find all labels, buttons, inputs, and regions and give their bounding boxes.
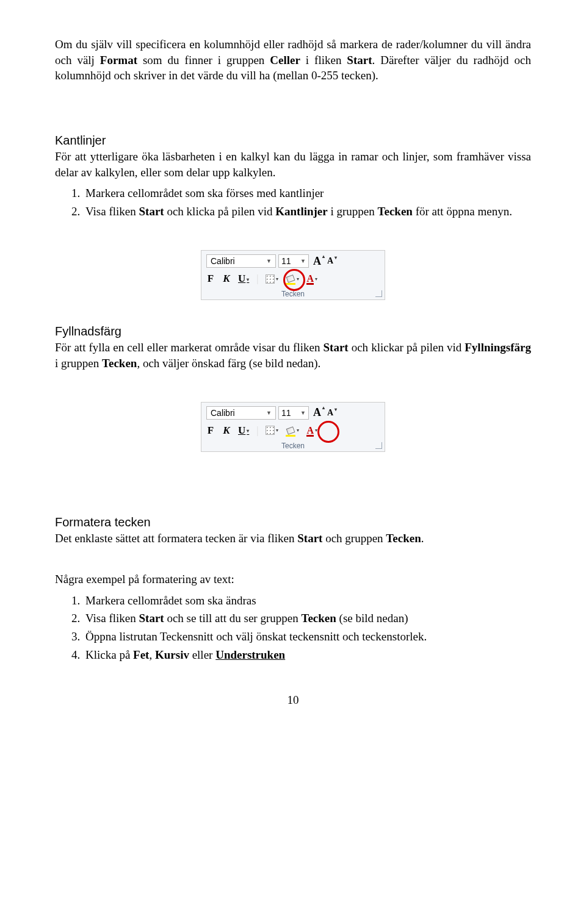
fyllnadsfarg-fyllningsfarg: Fyllningsfärg [465,341,531,354]
dialog-launcher-icon[interactable] [375,442,382,449]
ribbon-font-group-2: Calibri ▼ 11 ▼ A▴ A▾ F K U▾ | ▾ [201,402,385,452]
exempel-step-2-start: Start [139,612,164,625]
kantlinjer-description: För att ytterligare öka läsbarheten i en… [55,149,531,180]
fyllnadsfarg-text-a: För att fylla en cell eller markerat omr… [55,341,323,354]
underline-button[interactable]: U▾ [238,424,249,437]
chevron-down-icon: ▾ [276,276,278,282]
formatera-text-a: Det enklaste sättet att formatera tecken… [55,532,297,545]
italic-button[interactable]: K [222,424,231,437]
exempel-intro: Några exempel på formatering av text: [55,571,531,587]
bold-button[interactable]: F [206,273,215,285]
borders-button[interactable]: ▾ [266,426,278,435]
fyllnadsfarg-start: Start [323,341,348,354]
chevron-down-icon: ▾ [247,277,249,282]
chevron-down-icon: ▾ [247,428,249,434]
exempel-step-4-kursiv: Kursiv [155,648,189,661]
grow-font-button[interactable]: A▴ [311,255,323,268]
shrink-font-button[interactable]: A▾ [325,256,335,266]
italic-button[interactable]: K [222,273,231,285]
font-size-value: 11 [281,256,291,266]
ribbon-group-label: Tecken [201,290,385,298]
kantlinjer-step-2-kantlinjer: Kantlinjer [275,205,328,218]
kantlinjer-step-2-start: Start [139,205,164,218]
fyllnadsfarg-tecken: Tecken [102,357,137,370]
underline-label: U [238,424,245,436]
ribbon-row-2: F K U▾ | ▾ ▾ A ▾ [201,270,385,288]
kantlinjer-step-2-tecken: Tecken [378,205,413,218]
kantlinjer-step-1: Markera cellområdet som ska förses med k… [83,185,531,202]
caret-down-icon: ▾ [335,407,337,412]
exempel-step-2: Visa fliken Start och se till att du ser… [83,610,531,627]
font-size-dropdown[interactable]: 11 ▼ [278,406,309,420]
exempel-step-4-fet: Fet [133,648,149,661]
intro-paragraph: Om du själv vill specificera en kolumnhö… [55,37,531,84]
font-name-value: Calibri [211,408,235,418]
exempel-step-2-tecken: Tecken [301,612,336,625]
exempel-step-4-text-c: eller [189,648,215,661]
exempel-step-3: Öppna listrutan Teckensnitt och välj öns… [83,628,531,645]
exempel-step-4-understruken: Understruken [215,648,285,661]
fyllnadsfarg-description: För att fylla en cell eller markerat omr… [55,340,531,371]
intro-celler-word: Celler [270,54,300,66]
formatera-text-c: . [421,532,424,545]
exempel-step-1: Markera cellområdet som ska ändras [83,592,531,609]
intro-format-word: Format [100,54,137,66]
page-number: 10 [55,693,531,707]
kantlinjer-step-2-text-c: i gruppen [328,205,378,218]
formatera-start: Start [297,532,322,545]
chevron-down-icon: ▼ [300,410,306,416]
fyllnadsfarg-text-d: , och väljer önskad färg (se bild nedan)… [137,357,320,370]
kantlinjer-heading: Kantlinjer [55,134,531,148]
ribbon-group-label: Tecken [201,442,385,450]
chevron-down-icon: ▼ [300,258,306,264]
font-size-value: 11 [281,408,291,418]
exempel-step-2-text-c: (se bild nedan) [336,612,408,625]
borders-icon [266,426,275,435]
formatera-heading: Formatera tecken [55,515,531,529]
chevron-down-icon: ▼ [266,258,272,264]
caret-down-icon: ▾ [335,255,337,260]
intro-text-2: som du finner i gruppen [137,54,270,66]
bold-button[interactable]: F [206,424,215,437]
font-name-value: Calibri [211,256,235,266]
caret-up-icon: ▴ [322,254,325,259]
dialog-launcher-icon[interactable] [375,290,382,297]
chevron-down-icon: ▾ [315,276,317,282]
fill-color-button[interactable]: ▾ [286,426,299,435]
kantlinjer-step-2: Visa fliken Start och klicka på pilen vi… [83,203,531,220]
formatera-text-b: och gruppen [322,532,386,545]
ribbon-row-1: Calibri ▼ 11 ▼ A▴ A▾ [201,403,385,422]
formatera-tecken: Tecken [386,532,421,545]
paint-bucket-icon [286,274,295,284]
grow-font-button[interactable]: A▴ [311,406,323,419]
font-size-dropdown[interactable]: 11 ▼ [278,254,309,268]
ribbon-font-group-1: Calibri ▼ 11 ▼ A▴ A▾ F K U▾ | ▾ [201,250,385,300]
underline-label: U [238,273,245,284]
kantlinjer-steps: Markera cellområdet som ska förses med k… [55,185,531,220]
fyllnadsfarg-heading: Fyllnadsfärg [55,324,531,338]
document-page: Om du själv vill specificera en kolumnhö… [0,0,586,737]
ribbon-row-1: Calibri ▼ 11 ▼ A▴ A▾ [201,251,385,270]
font-color-button[interactable]: A ▾ [306,426,317,435]
fill-color-button[interactable]: ▾ [286,274,299,284]
font-color-button[interactable]: A ▾ [306,274,317,283]
formatera-description: Det enklaste sättet att formatera tecken… [55,531,531,546]
chevron-down-icon: ▾ [315,428,317,433]
shrink-font-button[interactable]: A▾ [325,408,335,418]
kantlinjer-step-2-text-b: och klicka på pilen vid [164,205,276,218]
font-color-icon: A [306,274,314,283]
intro-start-word: Start [347,54,372,66]
exempel-step-2-text-a: Visa fliken [85,612,139,625]
borders-icon [266,274,275,284]
kantlinjer-step-2-text-d: för att öppna menyn. [413,205,512,218]
borders-button[interactable]: ▾ [266,274,278,284]
font-name-dropdown[interactable]: Calibri ▼ [206,254,276,268]
exempel-step-4: Klicka på Fet, Kursiv eller Understruken [83,646,531,664]
font-name-dropdown[interactable]: Calibri ▼ [206,406,276,420]
intro-text-3: i fliken [300,54,347,66]
underline-button[interactable]: U▾ [238,273,249,285]
figure-fyllnadsfarg: Calibri ▼ 11 ▼ A▴ A▾ F K U▾ | ▾ [55,402,531,452]
figure-kantlinjer: Calibri ▼ 11 ▼ A▴ A▾ F K U▾ | ▾ [55,250,531,300]
exempel-step-4-text-b: , [149,648,155,661]
exempel-steps: Markera cellområdet som ska ändras Visa … [55,592,531,663]
